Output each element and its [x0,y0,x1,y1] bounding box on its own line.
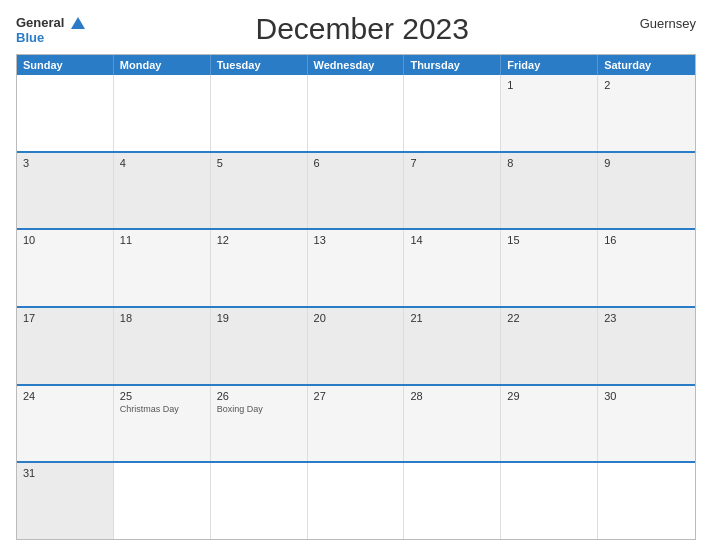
day-number: 18 [120,312,204,324]
day-number: 31 [23,467,107,479]
header: General Blue December 2023 Guernsey [16,12,696,46]
day-number: 16 [604,234,689,246]
day-number: 2 [604,79,689,91]
day-cell: 30 [598,386,695,462]
day-cell: 3 [17,153,114,229]
header-sunday: Sunday [17,55,114,75]
day-cell: 16 [598,230,695,306]
day-number: 22 [507,312,591,324]
week-row-5: 2425Christmas Day26Boxing Day27282930 [17,384,695,462]
day-number: 3 [23,157,107,169]
week-row-2: 3456789 [17,151,695,229]
day-cell: 17 [17,308,114,384]
day-cell [211,75,308,151]
region-label: Guernsey [640,16,696,31]
header-tuesday: Tuesday [211,55,308,75]
day-cell: 12 [211,230,308,306]
day-cell [501,463,598,539]
header-friday: Friday [501,55,598,75]
day-number: 29 [507,390,591,402]
holiday-label: Christmas Day [120,404,204,415]
logo-general-text: General [16,15,64,30]
holiday-label: Boxing Day [217,404,301,415]
day-number: 25 [120,390,204,402]
week-row-1: 12 [17,75,695,151]
day-number: 19 [217,312,301,324]
day-cell: 27 [308,386,405,462]
day-cell: 20 [308,308,405,384]
weeks-container: 1234567891011121314151617181920212223242… [17,75,695,539]
week-row-4: 17181920212223 [17,306,695,384]
calendar-page: General Blue December 2023 Guernsey Sund… [0,0,712,550]
day-cell: 11 [114,230,211,306]
day-number: 1 [507,79,591,91]
day-cell: 10 [17,230,114,306]
logo: General Blue [16,13,85,45]
day-cell: 19 [211,308,308,384]
header-saturday: Saturday [598,55,695,75]
day-number: 4 [120,157,204,169]
day-cell: 8 [501,153,598,229]
day-number: 13 [314,234,398,246]
day-cell [114,463,211,539]
day-number: 26 [217,390,301,402]
day-cell: 31 [17,463,114,539]
day-cell: 7 [404,153,501,229]
day-number: 7 [410,157,494,169]
day-cell: 26Boxing Day [211,386,308,462]
header-monday: Monday [114,55,211,75]
day-cell: 23 [598,308,695,384]
day-cell [308,75,405,151]
day-cell: 24 [17,386,114,462]
day-cell: 21 [404,308,501,384]
day-cell [404,75,501,151]
day-number: 8 [507,157,591,169]
day-cell: 2 [598,75,695,151]
day-number: 17 [23,312,107,324]
day-number: 27 [314,390,398,402]
day-cell: 14 [404,230,501,306]
day-cell: 25Christmas Day [114,386,211,462]
day-number: 11 [120,234,204,246]
day-number: 9 [604,157,689,169]
day-number: 28 [410,390,494,402]
logo-triangle-icon [71,17,85,29]
calendar-grid: Sunday Monday Tuesday Wednesday Thursday… [16,54,696,540]
day-cell [114,75,211,151]
day-number: 23 [604,312,689,324]
day-cell [308,463,405,539]
day-number: 12 [217,234,301,246]
day-cell: 28 [404,386,501,462]
day-number: 10 [23,234,107,246]
day-cell: 15 [501,230,598,306]
day-cell [598,463,695,539]
day-number: 24 [23,390,107,402]
day-cell: 4 [114,153,211,229]
header-thursday: Thursday [404,55,501,75]
logo-blue-text: Blue [16,31,85,45]
day-number: 21 [410,312,494,324]
day-number: 30 [604,390,689,402]
day-cell: 1 [501,75,598,151]
logo-top: General [16,13,85,31]
week-row-3: 10111213141516 [17,228,695,306]
day-headers-row: Sunday Monday Tuesday Wednesday Thursday… [17,55,695,75]
day-number: 6 [314,157,398,169]
day-cell: 22 [501,308,598,384]
day-cell: 9 [598,153,695,229]
day-cell: 13 [308,230,405,306]
day-number: 20 [314,312,398,324]
day-cell: 29 [501,386,598,462]
calendar-title: December 2023 [85,12,640,46]
day-number: 14 [410,234,494,246]
day-cell [211,463,308,539]
day-number: 5 [217,157,301,169]
day-cell [17,75,114,151]
week-row-6: 31 [17,461,695,539]
day-number: 15 [507,234,591,246]
day-cell: 5 [211,153,308,229]
day-cell: 6 [308,153,405,229]
day-cell: 18 [114,308,211,384]
day-cell [404,463,501,539]
header-wednesday: Wednesday [308,55,405,75]
